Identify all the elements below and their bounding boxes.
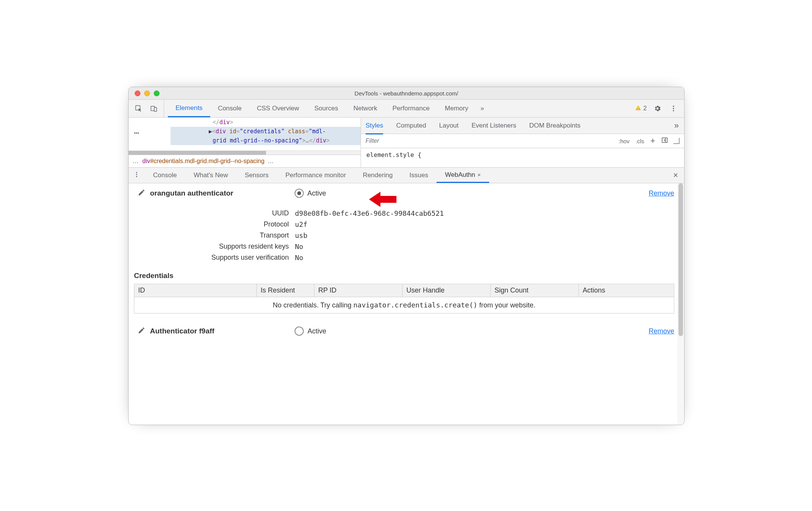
more-icon[interactable]	[668, 103, 679, 114]
th-is-resident: Is Resident	[257, 284, 314, 297]
webauthn-panel: orangutan authenticator Active Remove UU…	[129, 183, 684, 425]
th-sign-count: Sign Count	[491, 284, 579, 297]
tab-css-overview[interactable]: CSS Overview	[249, 100, 307, 117]
svg-rect-2	[154, 108, 157, 112]
toggle-sidebar-icon[interactable]	[658, 137, 671, 145]
tab-console[interactable]: Console	[210, 100, 249, 117]
tab-memory[interactable]: Memory	[437, 100, 476, 117]
horizontal-scrollbar[interactable]	[129, 150, 361, 155]
new-style-rule-icon[interactable]: +	[647, 136, 658, 146]
th-id: ID	[134, 284, 257, 297]
user-verification-label: Supports user verification	[129, 254, 295, 262]
th-user-handle: User Handle	[403, 284, 491, 297]
crumb-ellipsis-left: …	[132, 158, 139, 165]
active-radio[interactable]	[295, 327, 304, 336]
transport-value: usb	[295, 231, 308, 239]
drawer-tab-webauthn[interactable]: WebAuthn ×	[437, 168, 489, 183]
uuid-value: d98e08fb-0efc-43e6-968c-99844cab6521	[295, 209, 444, 217]
svg-point-10	[136, 172, 137, 173]
styles-tab-computed[interactable]: Computed	[396, 122, 426, 129]
styles-tab-dom-breakpoints[interactable]: DOM Breakpoints	[529, 122, 580, 129]
close-drawer-icon[interactable]: ×	[667, 170, 684, 180]
settings-icon[interactable]	[652, 103, 663, 114]
top-toolbar: Elements Console CSS Overview Sources Ne…	[129, 100, 684, 118]
protocol-value: u2f	[295, 220, 308, 228]
devtools-window: DevTools - webauthndemo.appspot.com/ Ele…	[128, 87, 685, 425]
active-radio[interactable]	[295, 189, 304, 198]
active-label: Active	[308, 189, 326, 197]
th-rpid: RP ID	[314, 284, 403, 297]
annotation-arrow-icon	[369, 190, 396, 210]
edit-authenticator-icon[interactable]	[138, 189, 145, 198]
hov-toggle[interactable]: :hov	[615, 138, 632, 144]
drawer-tab-console[interactable]: Console	[145, 168, 185, 183]
drawer-tab-sensors[interactable]: Sensors	[237, 168, 277, 183]
drawer-tab-performance-monitor[interactable]: Performance monitor	[277, 168, 354, 183]
protocol-label: Protocol	[129, 220, 295, 228]
credentials-heading: Credentials	[129, 268, 684, 284]
edit-authenticator-icon[interactable]	[138, 327, 145, 336]
cls-toggle[interactable]: .cls	[633, 138, 648, 144]
table-row: No credentials. Try calling navigator.cr…	[134, 297, 674, 314]
styles-tab-overflow[interactable]: »	[674, 121, 679, 131]
styles-filter-input[interactable]	[361, 137, 615, 144]
titlebar: DevTools - webauthndemo.appspot.com/	[129, 87, 684, 100]
svg-point-7	[673, 110, 674, 111]
resident-keys-label: Supports resident keys	[129, 243, 295, 251]
svg-point-6	[673, 108, 674, 109]
table-header-row: ID Is Resident RP ID User Handle Sign Co…	[134, 284, 674, 297]
tab-performance[interactable]: Performance	[385, 100, 437, 117]
window-title: DevTools - webauthndemo.appspot.com/	[129, 90, 684, 97]
drawer-tab-issues[interactable]: Issues	[401, 168, 437, 183]
styles-tab-layout[interactable]: Layout	[439, 122, 459, 129]
dom-line-selected: ▶<div id="credentials" class="mdl-	[171, 127, 361, 136]
device-toggle-icon[interactable]	[148, 103, 159, 114]
dom-line: </div>	[171, 118, 361, 127]
svg-point-11	[136, 174, 137, 175]
tab-network[interactable]: Network	[346, 100, 385, 117]
credentials-table: ID Is Resident RP ID User Handle Sign Co…	[134, 284, 674, 314]
breadcrumb[interactable]: … div#credentials.mdl-grid.mdl-grid--no-…	[129, 155, 361, 167]
dom-line-selected: grid mdl-grid--no-spacing">…</div>	[171, 136, 361, 145]
tab-elements[interactable]: Elements	[168, 100, 210, 117]
active-label: Active	[308, 327, 326, 335]
th-actions: Actions	[579, 284, 674, 297]
crumb-current: div#credentials.mdl-grid.mdl-grid--no-sp…	[142, 158, 264, 165]
remove-authenticator-link[interactable]: Remove	[649, 189, 674, 197]
close-tab-icon[interactable]: ×	[477, 171, 481, 178]
style-rule[interactable]: element.style {	[361, 148, 684, 162]
warning-count: 2	[643, 105, 647, 112]
styles-tab-styles[interactable]: Styles	[366, 122, 383, 134]
user-verification-value: No	[295, 254, 303, 262]
vertical-scrollbar[interactable]	[677, 183, 684, 425]
empty-credentials-message: No credentials. Try calling navigator.cr…	[134, 297, 674, 314]
elements-dom-tree[interactable]: ⋯ </div> ▶<div id="credentials" class="m…	[129, 118, 361, 150]
uuid-label: UUID	[129, 209, 295, 217]
remove-authenticator-link[interactable]: Remove	[649, 327, 674, 335]
inspect-icon[interactable]	[133, 103, 144, 114]
drawer-more-icon[interactable]	[129, 171, 145, 179]
transport-label: Transport	[129, 231, 295, 239]
dom-ellipsis: ⋯	[134, 126, 140, 139]
svg-point-12	[136, 176, 137, 177]
svg-point-5	[673, 106, 674, 107]
warning-icon	[635, 105, 641, 113]
svg-rect-3	[638, 107, 638, 108]
resident-keys-value: No	[295, 243, 303, 251]
tab-overflow[interactable]: »	[476, 100, 488, 117]
resize-corner[interactable]	[673, 138, 680, 144]
warnings-indicator[interactable]: 2	[635, 105, 647, 113]
drawer-tab-whats-new[interactable]: What's New	[185, 168, 236, 183]
authenticator-name: orangutan authenticator	[150, 189, 234, 197]
crumb-ellipsis-right: …	[267, 158, 274, 165]
svg-rect-4	[638, 109, 638, 109]
drawer-tab-rendering[interactable]: Rendering	[354, 168, 401, 183]
authenticator-name: Authenticator f9aff	[150, 327, 214, 335]
tab-sources[interactable]: Sources	[307, 100, 346, 117]
styles-tab-event-listeners[interactable]: Event Listeners	[472, 122, 516, 129]
